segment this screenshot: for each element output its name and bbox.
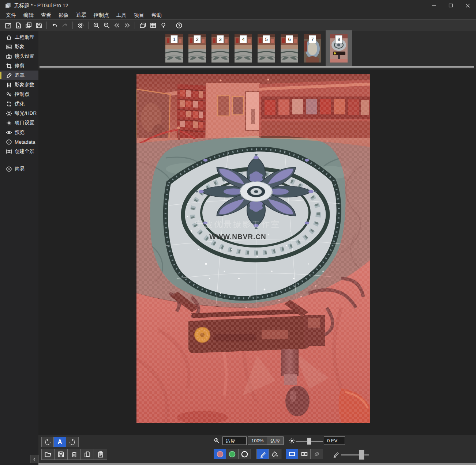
- paste-button[interactable]: [94, 449, 107, 460]
- sidebar-item-遮罩[interactable]: 遮罩: [0, 71, 38, 80]
- toolbar-separator: [171, 22, 171, 29]
- save-mask-button[interactable]: [55, 449, 68, 460]
- zoom-fit-button[interactable]: 适应: [267, 437, 283, 445]
- thumbnail-4[interactable]: 4: [235, 34, 252, 63]
- crop-icon: [6, 63, 12, 69]
- toolbar-separator: [46, 22, 47, 29]
- toolbar-separator: [72, 22, 73, 29]
- sidebar-item-曝光/HDR[interactable]: 曝光/HDR: [0, 109, 38, 118]
- copy-button[interactable]: [81, 449, 94, 460]
- fill-bucket-button[interactable]: [269, 449, 281, 459]
- image-icon: [6, 44, 12, 50]
- menu-item-4[interactable]: 遮罩: [72, 11, 90, 19]
- redo-button[interactable]: [60, 20, 70, 30]
- menu-item-2[interactable]: 查看: [37, 11, 55, 19]
- sidebar-item-修剪[interactable]: 修剪: [0, 61, 38, 71]
- lightbulb-button[interactable]: [158, 20, 168, 30]
- settings-button[interactable]: [76, 20, 85, 30]
- bottom-panel: A 适应 100% 适应 0 EV: [38, 435, 476, 463]
- menu-item-6[interactable]: 工具: [113, 11, 130, 19]
- zoom-100-button[interactable]: 100%: [248, 437, 267, 445]
- brush-icon: [6, 72, 12, 79]
- menu-item-7[interactable]: 项目: [130, 11, 148, 19]
- zoom-in-button[interactable]: [91, 20, 101, 30]
- new-project-button[interactable]: [3, 20, 13, 30]
- mask-red-button[interactable]: [214, 449, 226, 459]
- sidebar-item-label: 修剪: [15, 63, 25, 69]
- menu-item-8[interactable]: 帮助: [148, 11, 165, 19]
- sidebar-item-影象参数[interactable]: 影象参数: [0, 80, 38, 90]
- sidebar-item-预览[interactable]: 预览: [0, 128, 38, 137]
- open-folder-button[interactable]: [41, 449, 55, 460]
- zoom-mode-combo[interactable]: 适应: [222, 436, 247, 445]
- sidebar-item-简易[interactable]: 简易: [0, 164, 38, 174]
- menu-item-5[interactable]: 控制点: [90, 11, 113, 19]
- mask-green-button[interactable]: [226, 449, 239, 459]
- thumbnail-2[interactable]: 2: [188, 34, 206, 63]
- menu-item-1[interactable]: 编辑: [20, 11, 37, 19]
- sidebar-item-优化[interactable]: 优化: [0, 99, 38, 109]
- minimize-button[interactable]: [426, 0, 442, 11]
- mask-white-button[interactable]: [239, 449, 251, 459]
- save-button[interactable]: [34, 20, 44, 30]
- thumbnail-number-badge: 1: [170, 35, 178, 43]
- sidebar-item-镜头设置[interactable]: 镜头设置: [0, 52, 38, 61]
- brush-size-pencil-icon: [333, 451, 339, 458]
- brush-size-slider[interactable]: [341, 450, 369, 460]
- thumbnail-number-badge: 7: [309, 35, 316, 43]
- thumbnail-number-badge: 6: [286, 35, 293, 43]
- menu-item-0[interactable]: 文件: [2, 11, 20, 19]
- next-image-button[interactable]: [122, 20, 132, 30]
- open-project-button[interactable]: [14, 20, 23, 30]
- home-icon: [6, 34, 12, 41]
- sidebar-item-label: 优化: [15, 101, 25, 107]
- sidebar-item-label: 工程助理: [15, 34, 34, 41]
- collapse-sidebar-button[interactable]: [30, 455, 38, 463]
- single-view-button[interactable]: [286, 449, 298, 459]
- link-views-button[interactable]: [311, 449, 323, 459]
- sidebar-item-label: 创建全景: [15, 148, 34, 155]
- sidebar-item-创建全景[interactable]: 创建全景: [0, 147, 38, 156]
- ev-field[interactable]: 0 EV: [324, 436, 345, 445]
- rotate-ccw-button[interactable]: [41, 437, 54, 447]
- sidebar-item-label: 预览: [15, 129, 25, 136]
- prev-image-button[interactable]: [112, 20, 121, 30]
- thumbnail-5[interactable]: 5: [258, 34, 275, 63]
- detail-table-button[interactable]: [148, 20, 158, 30]
- help-button[interactable]: [174, 20, 184, 30]
- watermark-studio: 宁波优景摄影工作室: [195, 220, 281, 229]
- sidebar-item-Metadata[interactable]: Metadata: [0, 137, 38, 147]
- rotate-cw-button[interactable]: [66, 437, 79, 447]
- sidebar-item-控制点[interactable]: 控制点: [0, 90, 38, 99]
- sidebar-item-工程助理[interactable]: 工程助理: [0, 33, 38, 42]
- sidebar-item-项目设置[interactable]: 项目设置: [0, 118, 38, 128]
- zoom-out-button[interactable]: [102, 20, 111, 30]
- undo-button[interactable]: [50, 20, 59, 30]
- duplicate-button[interactable]: [24, 20, 33, 30]
- brightness-icon: [289, 438, 295, 444]
- main-toolbar: [0, 19, 476, 31]
- thumbnail-scrollbar[interactable]: [40, 66, 474, 68]
- thumbnail-3[interactable]: 3: [211, 34, 229, 63]
- auto-button[interactable]: A: [54, 437, 66, 447]
- menu-item-3[interactable]: 影象: [55, 11, 72, 19]
- thumbnail-1[interactable]: 1: [165, 34, 183, 63]
- windows-button[interactable]: [138, 20, 147, 30]
- bottom-scrollbar[interactable]: [38, 463, 476, 465]
- thumbnail-7[interactable]: 7: [304, 34, 321, 63]
- maximize-button[interactable]: [442, 0, 459, 11]
- brightness-slider[interactable]: [296, 438, 323, 445]
- thumbnail-6[interactable]: 6: [281, 34, 298, 63]
- dual-view-button[interactable]: [298, 449, 311, 459]
- app-icon: [5, 2, 11, 9]
- panorama-icon: [6, 148, 12, 155]
- thumbnail-8[interactable]: 8: [330, 34, 348, 63]
- pencil-button[interactable]: [256, 449, 269, 459]
- mask-editor-image[interactable]: 宁波优景摄影工作室 WWW.NBVR.CN: [136, 74, 370, 423]
- zoom-segmented-control: 100% 适应: [248, 436, 284, 445]
- sidebar-item-label: 简易: [15, 166, 25, 172]
- toolbar-separator: [135, 22, 135, 29]
- sidebar-item-影象[interactable]: 影象: [0, 42, 38, 52]
- close-button[interactable]: [459, 0, 476, 11]
- delete-button[interactable]: [68, 449, 81, 460]
